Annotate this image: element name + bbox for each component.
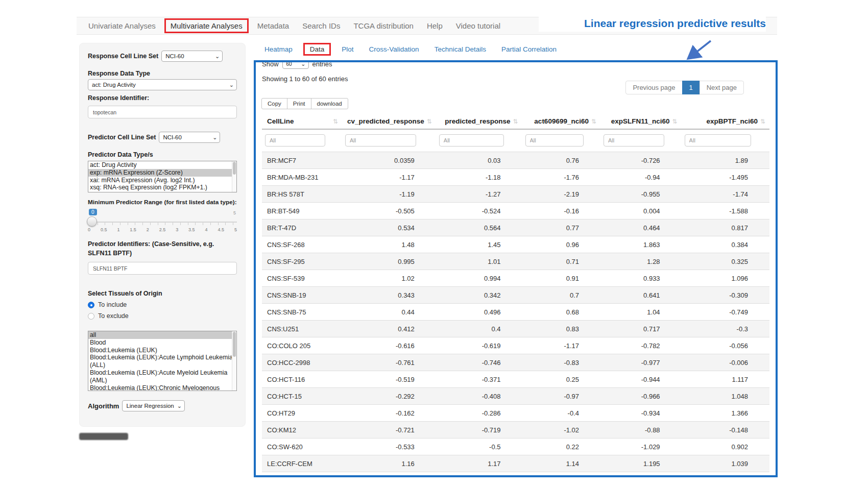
slider-handle[interactable] [87, 216, 97, 227]
column-header-expslfn11_nci60[interactable]: expSLFN11_nci60⇅ [600, 113, 682, 129]
list-option[interactable]: Blood:Leukemia (LEUK):Acute Myeloid Leuk… [88, 369, 236, 384]
response-identifier-label: Response Identifier: [88, 94, 237, 102]
value-cell: -0.162 [342, 405, 436, 422]
slider-tick-label: 4.5 [218, 227, 224, 232]
page-number-button[interactable]: 1 [682, 81, 700, 94]
value-cell: 0.0359 [342, 152, 436, 169]
nav-item-video-tutorial[interactable]: Video tutorial [449, 19, 507, 32]
value-cell: 0.71 [522, 253, 601, 270]
response-cell-line-set-select[interactable]: NCI-60 ⌄ [161, 51, 223, 62]
list-option[interactable]: act: Drug Activity [88, 161, 236, 169]
table-row: CNS:SNB-190.3430.3420.70.641-0.309 [262, 287, 769, 304]
value-cell: 0.464 [600, 219, 682, 236]
column-header-predicted_response[interactable]: predicted_response⇅ [436, 113, 522, 129]
tissue-radio-include[interactable]: To include [88, 301, 237, 308]
tab-partial-correlation[interactable]: Partial Correlation [494, 43, 564, 55]
page: Univariate AnalysesMultivariate Analyses… [0, 0, 868, 488]
value-cell: 0.717 [600, 321, 682, 337]
cell-line-cell: CNS:SNB-75 [262, 304, 342, 321]
chevron-down-icon: ⌄ [177, 403, 182, 408]
previous-page-button[interactable]: Previous page [625, 81, 682, 94]
nav-item-multivariate-analyses[interactable]: Multivariate Analyses [164, 18, 249, 33]
table-row: BR:T-47D0.5340.5640.770.4640.817 [262, 219, 769, 236]
chevron-down-icon: ⌄ [215, 54, 220, 59]
sort-icon: ⇅ [427, 118, 432, 125]
list-option[interactable]: Blood:Leukemia (LEUK):Acute Lymphoid Leu… [88, 354, 236, 369]
column-header-expbptf_nci60[interactable]: expBPTF_nci60⇅ [682, 113, 769, 129]
response-identifier-input[interactable] [88, 106, 237, 118]
list-option[interactable]: Blood:Leukemia (LEUK) [88, 347, 236, 354]
radio-label: To include [98, 301, 127, 308]
print-button[interactable]: Print [287, 98, 311, 109]
value-cell: 0.22 [522, 438, 601, 455]
value-cell: -1.19 [342, 186, 436, 203]
response-data-type-select[interactable]: act: Drug Activity ⌄ [88, 79, 237, 90]
nav-item-search-ids[interactable]: Search IDs [296, 19, 347, 32]
column-filter-input[interactable] [345, 134, 416, 147]
column-filter-input[interactable] [604, 134, 664, 147]
list-option[interactable]: all [88, 331, 236, 339]
column-header-label: expSLFN11_nci60 [611, 117, 670, 125]
tab-data[interactable]: Data [303, 43, 331, 56]
list-option[interactable]: xsq: RNA-seq Expression (log2 FPKM+1.) [88, 184, 236, 191]
scrollbar[interactable] [232, 161, 236, 192]
nav-item-metadata[interactable]: Metadata [251, 19, 296, 32]
predictor-identifiers-input[interactable] [88, 262, 237, 275]
value-cell: -0.408 [436, 388, 522, 405]
value-cell: 0.4 [436, 321, 522, 337]
radio-icon[interactable] [88, 313, 94, 320]
filter-cell [600, 129, 682, 152]
slider-tick-label: 1.5 [130, 227, 136, 232]
tissue-radio-exclude[interactable]: To exclude [88, 312, 237, 320]
column-filter-input[interactable] [439, 134, 504, 147]
value-cell: 1.01 [436, 253, 522, 270]
cell-line-cell: CO:HCC-2998 [262, 354, 342, 371]
column-header-cellline[interactable]: CellLine⇅ [262, 113, 342, 129]
response-cell-line-set-value: NCI-60 [165, 53, 184, 59]
cell-line-cell: BR:MCF7 [262, 152, 342, 169]
nav-item-tcga-distribution[interactable]: TCGA distribution [347, 19, 420, 32]
list-option[interactable]: xai: mRNA Expression (Avg. log2 Int.) [88, 177, 236, 184]
tissue-listbox[interactable]: allBloodBlood:Leukemia (LEUK)Blood:Leuke… [88, 331, 237, 391]
value-cell: -0.97 [522, 388, 601, 405]
filter-cell [436, 129, 522, 152]
value-cell: -0.056 [682, 337, 769, 354]
column-filter-input[interactable] [525, 134, 584, 147]
radio-icon[interactable] [88, 302, 94, 308]
list-option[interactable]: Blood:Leukemia (LEUK):Chronic Myelogenou… [88, 384, 236, 391]
results-table: CellLine⇅cv_predicted_response⇅predicted… [262, 113, 769, 477]
download-button[interactable]: download [311, 98, 348, 109]
entries-per-page-select[interactable]: 60 ⌄ [282, 60, 309, 69]
column-filter-input[interactable] [685, 134, 751, 147]
list-option[interactable]: exp: mRNA Expression (Z-Score) [88, 169, 236, 177]
sort-icon: ⇅ [513, 118, 518, 125]
value-cell: -0.148 [682, 422, 769, 438]
next-page-button[interactable]: Next page [700, 81, 744, 94]
list-option[interactable]: Blood [88, 339, 236, 347]
nav-item-univariate-analyses[interactable]: Univariate Analyses [82, 19, 162, 32]
copy-button[interactable]: Copy [261, 98, 287, 109]
chevron-down-icon: ⌄ [301, 61, 305, 66]
column-filter-row [262, 129, 769, 152]
predictor-cell-line-set-select[interactable]: NCI-60 ⌄ [159, 132, 220, 143]
value-cell: 0.76 [522, 152, 601, 169]
cell-line-cell: CNS:SF-268 [262, 236, 342, 253]
table-row: CO:KM12-0.721-0.719-1.02-0.88-0.148 [262, 422, 769, 438]
nav-item-help[interactable]: Help [420, 19, 449, 32]
sort-icon: ⇅ [672, 118, 678, 125]
entries-per-page-value: 60 [286, 61, 292, 67]
table-row: CO:COLO 205-0.616-0.619-1.17-0.782-0.056 [262, 337, 769, 354]
tab-plot[interactable]: Plot [334, 43, 361, 55]
table-row: CO:HCC-2998-0.761-0.746-0.83-0.977-0.006 [262, 354, 769, 371]
column-header-act609699_nci60[interactable]: act609699_nci60⇅ [522, 113, 601, 129]
tab-heatmap[interactable]: Heatmap [257, 43, 300, 55]
tab-cross-validation[interactable]: Cross-Validation [361, 43, 427, 55]
algorithm-select[interactable]: Linear Regression ⌄ [122, 400, 185, 411]
scrollbar[interactable] [232, 331, 236, 391]
predictor-data-types-listbox[interactable]: act: Drug Activityexp: mRNA Expression (… [88, 161, 237, 192]
column-filter-input[interactable] [265, 134, 325, 147]
column-header-cv_predicted_response[interactable]: cv_predicted_response⇅ [342, 113, 436, 129]
tab-technical-details[interactable]: Technical Details [427, 43, 494, 55]
filter-cell [342, 129, 436, 152]
value-cell: 1.89 [682, 152, 769, 169]
